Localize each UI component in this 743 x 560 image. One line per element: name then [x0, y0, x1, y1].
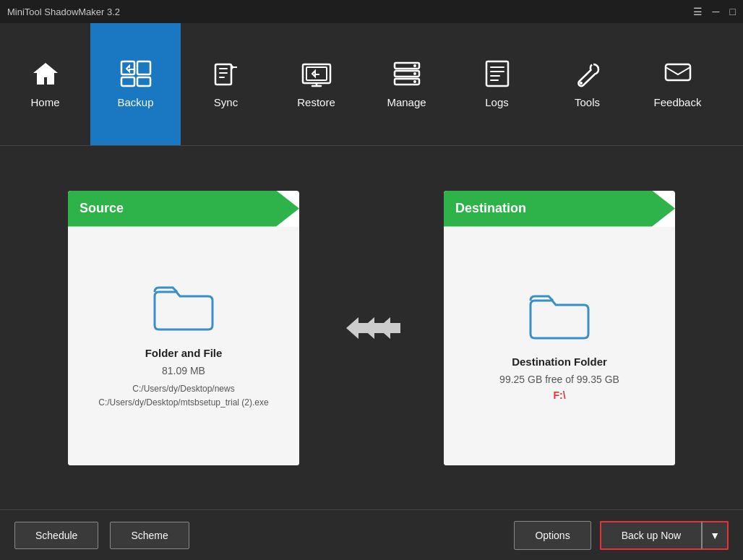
nav-tools-label: Tools [575, 96, 600, 108]
svg-rect-1 [137, 61, 150, 74]
nav-sync-label: Sync [214, 96, 238, 108]
backup-now-dropdown[interactable]: ▼ [702, 521, 729, 550]
destination-body: Destination Folder 99.25 GB free of 99.3… [444, 227, 675, 465]
svg-rect-3 [137, 77, 150, 86]
nav-home-label: Home [30, 96, 59, 108]
scheme-button[interactable]: Scheme [110, 522, 189, 549]
destination-header: Destination [444, 191, 675, 227]
tools-icon [573, 60, 602, 92]
source-header: Source [68, 191, 299, 227]
nav-sync[interactable]: Sync [181, 23, 271, 145]
nav-manage[interactable]: Manage [361, 23, 452, 145]
nav-feedback[interactable]: Feedback [632, 23, 723, 145]
logs-icon [484, 60, 511, 92]
navbar: Home Backup Sync [0, 23, 743, 146]
destination-card[interactable]: Destination Destination Folder 99.25 GB … [444, 191, 675, 465]
nav-tools[interactable]: Tools [542, 23, 632, 145]
nav-backup[interactable]: Backup [90, 23, 181, 145]
restore-icon [301, 60, 332, 92]
nav-restore[interactable]: Restore [271, 23, 361, 145]
source-path-1: C:/Users/dy/Desktop/news [98, 382, 268, 396]
nav-manage-label: Manage [387, 96, 426, 108]
maximize-button[interactable]: □ [730, 6, 736, 17]
home-icon [31, 60, 60, 92]
footer-left: Schedule Scheme [14, 522, 189, 549]
svg-point-12 [413, 72, 416, 75]
svg-point-19 [580, 82, 583, 85]
source-folder-icon [151, 282, 216, 332]
window-controls: ☰ ─ □ [693, 6, 736, 17]
feedback-icon [663, 60, 692, 92]
destination-card-title: Destination Folder [512, 356, 607, 368]
svg-rect-14 [486, 61, 508, 86]
app-title: MiniTool ShadowMaker 3.2 [7, 7, 120, 17]
destination-free: 99.25 GB free of 99.35 GB [499, 374, 619, 385]
nav-logs-label: Logs [485, 96, 509, 108]
source-card-size: 81.09 MB [162, 365, 205, 376]
nav-restore-label: Restore [297, 96, 335, 108]
minimize-button[interactable]: ─ [713, 6, 720, 17]
footer-right: Options Back up Now ▼ [514, 521, 729, 550]
schedule-button[interactable]: Schedule [14, 522, 98, 549]
nav-logs[interactable]: Logs [452, 23, 542, 145]
main-content: Source Folder and File 81.09 MB C:/Users… [0, 146, 743, 509]
svg-rect-4 [215, 64, 231, 85]
manage-icon [393, 60, 421, 92]
sync-icon [212, 60, 240, 92]
svg-rect-2 [121, 77, 134, 86]
nav-home[interactable]: Home [0, 23, 90, 145]
svg-point-11 [413, 64, 416, 67]
backup-now-group: Back up Now ▼ [600, 521, 729, 550]
source-body: Folder and File 81.09 MB C:/Users/dy/Des… [68, 227, 299, 465]
arrows-icon [343, 310, 400, 346]
svg-rect-20 [666, 64, 690, 80]
source-card-paths: C:/Users/dy/Desktop/news C:/Users/dy/Des… [98, 382, 268, 410]
options-button[interactable]: Options [514, 521, 590, 550]
footer: Schedule Scheme Options Back up Now ▼ [0, 509, 743, 560]
destination-drive: F:\ [553, 389, 565, 401]
backup-now-button[interactable]: Back up Now [600, 521, 702, 550]
nav-backup-label: Backup [117, 96, 153, 108]
arrow-area [343, 310, 400, 346]
source-card-title: Folder and File [145, 347, 223, 359]
nav-feedback-label: Feedback [654, 96, 702, 108]
destination-title: Destination [455, 201, 526, 216]
menu-button[interactable]: ☰ [693, 6, 703, 17]
backup-icon [120, 60, 152, 92]
source-title: Source [80, 201, 124, 216]
svg-point-13 [413, 80, 416, 83]
destination-folder-icon [527, 290, 592, 341]
source-card[interactable]: Source Folder and File 81.09 MB C:/Users… [68, 191, 299, 465]
source-path-2: C:/Users/dy/Desktop/mtsbsetup_trial (2).… [98, 396, 268, 410]
titlebar: MiniTool ShadowMaker 3.2 ☰ ─ □ [0, 0, 743, 23]
